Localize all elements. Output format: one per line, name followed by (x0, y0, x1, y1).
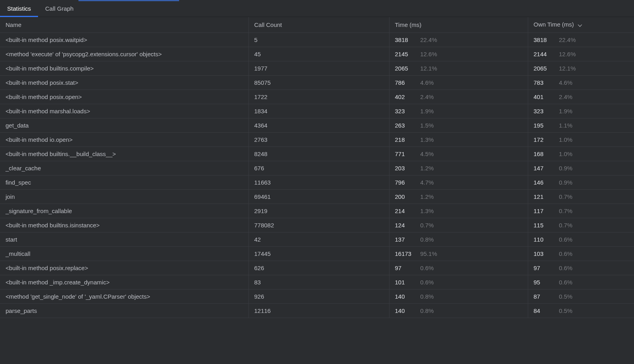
tab-statistics[interactable]: Statistics (0, 1, 38, 17)
cell-time: 1400.8% (389, 289, 528, 303)
cell-call-count: 45 (248, 47, 389, 61)
time-value: 97 (395, 265, 418, 271)
cell-name: <built-in method marshal.loads> (0, 104, 248, 118)
cell-call-count: 11663 (248, 175, 389, 189)
cell-name: <method 'execute' of 'psycopg2.extension… (0, 47, 248, 61)
cell-time: 1240.7% (389, 218, 528, 232)
own-time-value: 103 (534, 250, 557, 257)
table-row[interactable]: <built-in method builtins.__build_class_… (0, 147, 634, 161)
cell-own-time: 206512.1% (528, 61, 634, 75)
cell-call-count: 42 (248, 232, 389, 246)
own-time-percent: 1.1% (559, 122, 573, 129)
cell-time: 3231.9% (389, 104, 528, 118)
cell-call-count: 1722 (248, 90, 389, 104)
time-value: 263 (395, 122, 418, 129)
table-row[interactable]: <built-in method posix.replace>626970.6%… (0, 261, 634, 275)
cell-name: <built-in method builtins.__build_class_… (0, 147, 248, 161)
table-row[interactable]: <built-in method io.open>27632181.3%1721… (0, 132, 634, 147)
cell-own-time: 1470.9% (528, 161, 634, 175)
cell-own-time: 1460.9% (528, 175, 634, 189)
tab-call-graph[interactable]: Call Graph (38, 1, 81, 17)
cell-own-time: 1030.6% (528, 246, 634, 261)
cell-name: <built-in method io.open> (0, 132, 248, 147)
cell-call-count: 4364 (248, 118, 389, 132)
column-header-name[interactable]: Name (0, 17, 248, 32)
table-row[interactable]: <method 'execute' of 'psycopg2.extension… (0, 47, 634, 61)
time-value: 402 (395, 93, 418, 100)
time-value: 214 (395, 208, 418, 214)
time-value: 200 (395, 193, 418, 200)
cell-call-count: 926 (248, 289, 389, 303)
own-time-value: 2065 (534, 65, 557, 72)
time-value: 2145 (395, 51, 418, 57)
cell-time: 7714.5% (389, 147, 528, 161)
table-row[interactable]: <built-in method posix.open>17224022.4%4… (0, 90, 634, 104)
own-time-percent: 12.1% (559, 65, 576, 72)
time-percent: 1.5% (420, 122, 434, 129)
cell-name: <built-in method posix.open> (0, 90, 248, 104)
time-value: 796 (395, 179, 418, 186)
table-row[interactable]: _multicall174451617395.1%1030.6% (0, 246, 634, 261)
own-time-value: 783 (534, 79, 557, 86)
cell-time: 206512.1% (389, 61, 528, 75)
column-header-own-time-label: Own Time (ms) (534, 21, 574, 28)
table-row[interactable]: find_spec116637964.7%1460.9% (0, 175, 634, 189)
cell-own-time: 4012.4% (528, 90, 634, 104)
cell-time: 2181.3% (389, 132, 528, 147)
table-row[interactable]: join694612001.2%1210.7% (0, 189, 634, 204)
table-row[interactable]: <method 'get_single_node' of '_yaml.CPar… (0, 289, 634, 303)
cell-own-time: 1210.7% (528, 189, 634, 204)
table-row[interactable]: <built-in method _imp.create_dynamic>831… (0, 275, 634, 289)
table-row[interactable]: <built-in method posix.waitpid>5381822.4… (0, 32, 634, 47)
table-row[interactable]: get_data43642631.5%1951.1% (0, 118, 634, 132)
own-time-value: 195 (534, 122, 557, 129)
profiler-table-wrapper: Name Call Count Time (ms) Own Time (ms) … (0, 17, 634, 318)
cell-call-count: 778082 (248, 218, 389, 232)
time-percent: 4.5% (420, 151, 434, 157)
own-time-value: 147 (534, 165, 557, 172)
column-header-time[interactable]: Time (ms) (389, 17, 528, 32)
tab-bar: Statistics Call Graph (0, 1, 634, 17)
time-value: 137 (395, 236, 418, 243)
cell-call-count: 17445 (248, 246, 389, 261)
cell-call-count: 69461 (248, 189, 389, 204)
cell-name: join (0, 189, 248, 204)
cell-own-time: 870.5% (528, 289, 634, 303)
time-percent: 1.2% (420, 165, 434, 172)
cell-time: 7864.6% (389, 75, 528, 90)
own-time-percent: 0.5% (559, 307, 573, 314)
time-percent: 12.6% (420, 51, 437, 57)
time-percent: 1.3% (420, 208, 434, 214)
time-value: 140 (395, 293, 418, 300)
cell-name: <built-in method posix.replace> (0, 261, 248, 275)
time-value: 16173 (395, 250, 418, 257)
table-row[interactable]: _signature_from_callable29192141.3%1170.… (0, 204, 634, 218)
cell-name: parse_parts (0, 303, 248, 318)
table-row[interactable]: <built-in method builtins.isinstance>778… (0, 218, 634, 232)
cell-time: 2001.2% (389, 189, 528, 204)
table-row[interactable]: _clear_cache6762031.2%1470.9% (0, 161, 634, 175)
cell-call-count: 2763 (248, 132, 389, 147)
cell-own-time: 214412.6% (528, 47, 634, 61)
time-percent: 0.6% (420, 279, 434, 286)
cell-time: 1400.8% (389, 303, 528, 318)
own-time-value: 84 (534, 307, 557, 314)
time-percent: 0.8% (420, 307, 434, 314)
table-row[interactable]: <built-in method builtins.compile>197720… (0, 61, 634, 75)
table-row[interactable]: start421370.8%1100.6% (0, 232, 634, 246)
cell-own-time: 1951.1% (528, 118, 634, 132)
time-value: 771 (395, 151, 418, 157)
column-header-call-count[interactable]: Call Count (248, 17, 389, 32)
table-row[interactable]: <built-in method posix.stat>850757864.6%… (0, 75, 634, 90)
cell-own-time: 1170.7% (528, 204, 634, 218)
table-row[interactable]: parse_parts121161400.8%840.5% (0, 303, 634, 318)
cell-name: <built-in method builtins.isinstance> (0, 218, 248, 232)
cell-own-time: 1150.7% (528, 218, 634, 232)
own-time-percent: 0.6% (559, 236, 573, 243)
time-percent: 2.4% (420, 93, 434, 100)
column-header-own-time[interactable]: Own Time (ms) (528, 17, 634, 32)
cell-time: 970.6% (389, 261, 528, 275)
table-row[interactable]: <built-in method marshal.loads>18343231.… (0, 104, 634, 118)
own-time-percent: 4.6% (559, 79, 573, 86)
own-time-value: 146 (534, 179, 557, 186)
